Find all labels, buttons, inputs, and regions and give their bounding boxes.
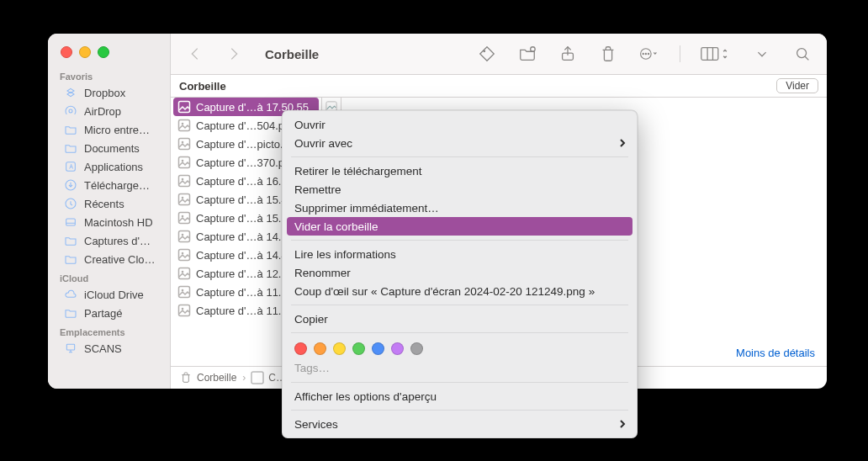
sidebar-item-label: Macintosh HD — [84, 216, 153, 229]
sidebar-item[interactable]: Récents — [52, 194, 166, 213]
menu-copy[interactable]: Copier — [283, 310, 637, 328]
sidebar-section-header: Favoris — [50, 66, 168, 83]
svg-rect-43 — [251, 372, 263, 384]
menu-separator — [291, 156, 628, 157]
tag-color[interactable] — [372, 342, 384, 355]
menu-rename[interactable]: Renommer — [283, 263, 637, 282]
sidebar-item[interactable]: SCANS — [52, 339, 166, 358]
svg-point-33 — [182, 234, 184, 236]
svg-point-25 — [182, 160, 184, 162]
minimize-window-button[interactable] — [79, 46, 91, 58]
svg-point-41 — [182, 308, 184, 310]
trash-toolbar-icon[interactable] — [595, 42, 621, 66]
sidebar-item-label: AirDrop — [84, 105, 121, 118]
toolbar-separator — [680, 45, 680, 62]
sidebar-item-label: Creative Cloud… — [84, 253, 156, 266]
path-crumb-trash[interactable]: Corbeille › — [179, 371, 247, 384]
sidebar-item[interactable]: Téléchargements — [52, 176, 166, 194]
window-title: Corbeille — [265, 47, 319, 61]
context-menu: Ouvrir Ouvrir avec Retirer le télécharge… — [282, 110, 638, 438]
menu-empty-trash[interactable]: Vider la corbeille — [287, 217, 632, 236]
menu-remove-download[interactable]: Retirer le téléchargement — [283, 162, 637, 180]
sidebar-item-label: Documents — [84, 142, 140, 155]
tag-color[interactable] — [314, 342, 326, 355]
svg-point-31 — [182, 215, 184, 218]
menu-separator — [291, 382, 628, 383]
sidebar-item-label: Partagé — [84, 307, 123, 320]
svg-point-29 — [182, 197, 184, 199]
sidebar-item-label: iCloud Drive — [84, 289, 144, 301]
sidebar-item[interactable]: Dropbox — [52, 83, 166, 102]
svg-point-35 — [182, 252, 184, 255]
menu-show-preview-options[interactable]: Afficher les options d'aperçu — [283, 387, 637, 405]
sidebar-item[interactable]: Documents — [52, 139, 166, 157]
sidebar-item[interactable]: iCloud Drive — [52, 285, 166, 304]
share-toolbar-icon[interactable] — [555, 42, 580, 66]
menu-put-back[interactable]: Remettre — [283, 180, 637, 199]
tags-toolbar-icon[interactable] — [474, 42, 500, 66]
sidebar-item[interactable]: Creative Cloud… — [52, 250, 166, 268]
sidebar-item-label: Dropbox — [84, 87, 125, 99]
sidebar-item-label: Micro entreprise — [84, 124, 156, 136]
search-toolbar-icon[interactable] — [790, 42, 815, 66]
menu-services[interactable]: Services — [283, 415, 637, 433]
menu-open-with[interactable]: Ouvrir avec — [283, 134, 637, 152]
sidebar-item[interactable]: Micro entreprise — [52, 120, 166, 139]
svg-point-7 — [483, 50, 485, 52]
sidebar-item-label: Téléchargements — [84, 179, 156, 192]
svg-rect-4 — [66, 219, 76, 225]
sidebar-item[interactable]: Partagé — [52, 304, 166, 322]
menu-get-info[interactable]: Lire les informations — [283, 245, 637, 263]
fewer-details-link[interactable]: Moins de détails — [736, 347, 815, 359]
menu-separator — [291, 410, 628, 411]
action-toolbar-icon[interactable] — [636, 42, 661, 66]
svg-point-23 — [182, 141, 184, 144]
svg-point-8 — [531, 47, 536, 52]
menu-tags-row — [283, 337, 637, 360]
tag-color[interactable] — [391, 342, 404, 355]
sidebar-section-header: iCloud — [50, 268, 168, 285]
svg-point-27 — [182, 178, 184, 181]
view-mode-icon[interactable] — [699, 42, 734, 66]
sidebar-item-label: Captures d'écran — [84, 235, 156, 247]
toolbar: Corbeille — [171, 34, 827, 75]
sidebar-item[interactable]: Macintosh HD — [52, 213, 166, 231]
tag-color[interactable] — [294, 342, 307, 355]
sidebar-item-label: Applications — [84, 161, 143, 173]
sidebar-section-header: Emplacements — [50, 322, 168, 339]
svg-point-21 — [182, 123, 184, 125]
svg-point-13 — [648, 53, 649, 55]
path-crumb-file[interactable]: C… — [251, 371, 286, 384]
svg-point-0 — [69, 109, 72, 113]
svg-point-39 — [182, 289, 184, 292]
sidebar-item[interactable]: Captures d'écran — [52, 231, 166, 250]
menu-separator — [291, 240, 628, 241]
tag-color[interactable] — [333, 342, 346, 355]
close-window-button[interactable] — [61, 46, 72, 58]
new-folder-toolbar-icon[interactable] — [515, 42, 540, 66]
back-button[interactable] — [183, 42, 208, 66]
menu-delete-immediately[interactable]: Supprimer immédiatement… — [283, 199, 637, 217]
submenu-chevron-icon — [618, 139, 627, 147]
svg-point-17 — [797, 49, 807, 58]
menu-quick-look[interactable]: Coup d'œil sur « Capture d'écran 2024-02… — [283, 282, 637, 300]
sidebar-item[interactable]: Applications — [52, 157, 166, 176]
zoom-window-button[interactable] — [98, 46, 109, 58]
empty-trash-button[interactable]: Vider — [776, 78, 818, 93]
menu-separator — [291, 305, 628, 305]
submenu-chevron-icon — [618, 420, 627, 428]
tag-color[interactable] — [352, 342, 365, 355]
window-controls — [48, 34, 170, 66]
menu-tags-label[interactable]: Tags… — [283, 360, 637, 378]
column-title: Corbeille — [179, 80, 226, 93]
sidebar-item-label: Récents — [84, 198, 124, 210]
sidebar-item[interactable]: AirDrop — [52, 102, 166, 120]
menu-separator — [291, 332, 628, 333]
sidebar: FavorisDropboxAirDropMicro entrepriseDoc… — [48, 34, 171, 389]
path-crumb-label: Corbeille — [197, 372, 236, 384]
tag-color[interactable] — [410, 342, 423, 355]
menu-open[interactable]: Ouvrir — [283, 115, 637, 134]
svg-point-11 — [645, 53, 647, 55]
group-by-icon[interactable] — [749, 42, 775, 66]
forward-button[interactable] — [221, 42, 246, 66]
